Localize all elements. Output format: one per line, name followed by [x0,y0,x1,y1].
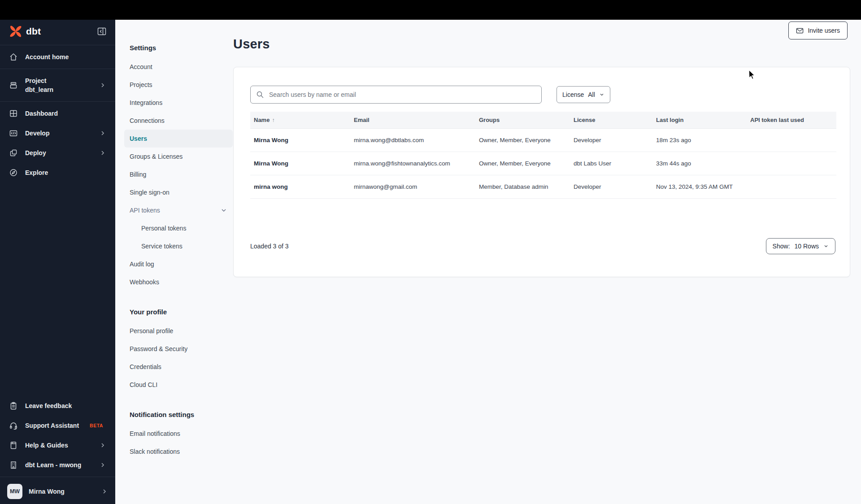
table-row[interactable]: mirna wong mirnawong@gmail.com Member, D… [250,175,836,199]
settings-item-audit-log[interactable]: Audit log [124,255,233,273]
table-header: Name ↑ Email Groups License Last login A… [250,112,836,129]
user-name-cell: mirna wong [250,183,350,190]
dashboard-icon [9,109,18,118]
settings-item-credentials[interactable]: Credentials [124,358,233,376]
settings-item-api-tokens[interactable]: API tokens [124,201,233,219]
settings-item-groups-licenses[interactable]: Groups & Licenses [124,148,233,165]
license-filter-label: License [562,91,584,98]
chevron-right-icon [99,442,106,449]
develop-icon [9,129,18,138]
logo-text: dbt [26,26,41,37]
table-row[interactable]: Mirna Wong mirna.wong@fishtownanalytics.… [250,152,836,175]
settings-item-password-security[interactable]: Password & Security [124,340,233,358]
settings-item-account[interactable]: Account [124,58,233,76]
sidebar-item-label: Help & Guides [25,442,68,449]
book-icon [9,441,18,450]
sidebar-item-explore[interactable]: Explore [0,163,115,182]
column-header-name[interactable]: Name ↑ [250,117,350,123]
settings-nav: Settings Account Projects Integrations C… [130,20,227,461]
sidebar-item-label: Project [25,76,53,85]
search-input[interactable] [268,91,536,99]
chevron-right-icon [99,82,106,89]
user-name-cell: Mirna Wong [250,137,350,143]
sidebar-item-support-assistant[interactable]: Support Assistant BETA [0,416,115,435]
show-rows-dropdown[interactable]: Show: 10 Rows [766,238,835,254]
sidebar-item-dashboard[interactable]: Dashboard [0,104,115,123]
chevron-right-icon [99,149,106,156]
settings-item-single-sign-on[interactable]: Single sign-on [124,183,233,201]
settings-item-projects[interactable]: Projects [124,76,233,94]
users-card: License All Name ↑ Email Groups License … [233,67,850,277]
sidebar-item-account-home[interactable]: Account home [0,47,115,67]
avatar: MW [7,484,22,499]
sidebar-user-menu[interactable]: MW Mirna Wong [0,479,115,504]
settings-item-email-notifications[interactable]: Email notifications [124,425,233,443]
user-last-login-cell: 33m 44s ago [652,160,747,167]
headset-icon [9,421,18,430]
column-header-email[interactable]: Email [350,117,475,123]
beta-badge: BETA [90,423,103,428]
settings-item-users[interactable]: Users [124,130,233,148]
building-icon [9,461,18,469]
user-groups-cell: Owner, Member, Everyone [475,137,570,143]
user-groups-cell: Owner, Member, Everyone [475,160,570,167]
sidebar-item-leave-feedback[interactable]: Leave feedback [0,396,115,416]
settings-item-service-tokens[interactable]: Service tokens [130,237,233,255]
top-window-bar [0,0,861,20]
logo-row: dbt [0,20,115,43]
users-table: Name ↑ Email Groups License Last login A… [250,112,836,199]
sidebar-item-develop[interactable]: Develop [0,123,115,143]
settings-item-cloud-cli[interactable]: Cloud CLI [124,376,233,394]
divider [0,477,115,477]
table-row[interactable]: Mirna Wong mirna.wong@dbtlabs.com Owner,… [250,129,836,152]
app-sidebar: dbt Account home Project dbt_learn [0,20,115,504]
sidebar-item-label: Deploy [25,149,46,156]
settings-heading: Settings [130,44,227,52]
sidebar-item-label: Explore [25,169,48,176]
notification-settings-heading: Notification settings [130,411,227,418]
user-last-login-cell: 18m 23s ago [652,137,747,143]
sidebar-item-label: Dashboard [25,110,58,117]
divider [0,101,115,102]
sidebar-item-project[interactable]: Project dbt_learn [0,71,115,100]
settings-item-integrations[interactable]: Integrations [124,94,233,112]
your-profile-heading: Your profile [130,308,227,316]
settings-item-personal-profile[interactable]: Personal profile [124,322,233,340]
sort-ascending-icon[interactable]: ↑ [272,117,274,123]
user-email-cell: mirna.wong@dbtlabs.com [350,137,475,143]
column-header-license[interactable]: License [570,117,652,123]
column-header-groups[interactable]: Groups [475,117,570,123]
search-icon [256,91,264,99]
chevron-right-icon [99,461,106,469]
sidebar-item-label: Leave feedback [25,402,72,409]
user-email-cell: mirnawong@gmail.com [350,183,475,190]
user-license-cell: dbt Labs User [570,160,652,167]
license-filter-dropdown[interactable]: License All [557,86,610,103]
sidebar-item-deploy[interactable]: Deploy [0,143,115,163]
chevron-down-icon [599,92,604,97]
user-name: Mirna Wong [29,488,65,495]
user-name-cell: Mirna Wong [250,160,350,167]
user-last-login-cell: Nov 13, 2024, 9:35 AM GMT [652,183,747,190]
main-content: Users License All Name ↑ Email [233,20,861,277]
sidebar-item-help-guides[interactable]: Help & Guides [0,435,115,455]
user-email-cell: mirna.wong@fishtownanalytics.com [350,160,475,167]
settings-item-webhooks[interactable]: Webhooks [124,273,233,291]
settings-item-slack-notifications[interactable]: Slack notifications [124,443,233,461]
column-header-last-login[interactable]: Last login [652,117,747,123]
settings-item-personal-tokens[interactable]: Personal tokens [130,219,233,237]
collapse-sidebar-icon[interactable] [97,27,106,36]
chevron-right-icon [99,130,106,137]
search-box [250,86,542,104]
home-icon [9,52,18,61]
settings-item-connections[interactable]: Connections [124,112,233,130]
sidebar-item-sublabel: dbt_learn [25,85,53,94]
loaded-count-text: Loaded 3 of 3 [250,243,289,250]
user-groups-cell: Member, Database admin [475,183,570,190]
divider [0,45,115,45]
show-label: Show: [773,243,790,250]
license-filter-value: All [588,91,595,98]
sidebar-item-dbt-learn[interactable]: dbt Learn - mwong [0,455,115,475]
settings-item-billing[interactable]: Billing [124,165,233,183]
column-header-api-token[interactable]: API token last used [747,117,836,123]
